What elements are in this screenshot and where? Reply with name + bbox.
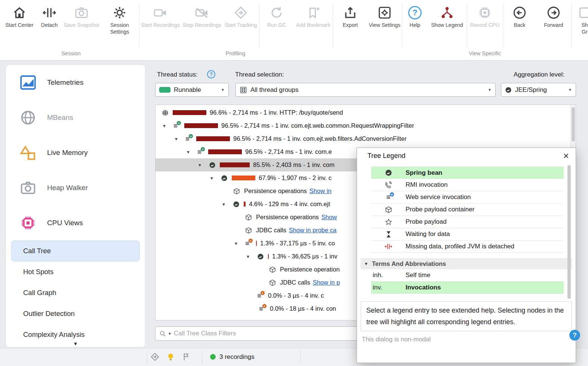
sidebar-item-heap-walker[interactable]: Heap Walker bbox=[6, 170, 145, 205]
dropdown-value: All thread groups bbox=[250, 86, 484, 94]
probe-container-icon bbox=[233, 188, 244, 195]
collapse-arrow-icon[interactable]: ▼ bbox=[186, 150, 197, 154]
legend-entry-waiting[interactable]: Waiting for data bbox=[371, 228, 564, 241]
filter-help-icon[interactable]: ? bbox=[569, 330, 580, 341]
sidebar-item-call-tree[interactable]: Call Tree bbox=[11, 241, 140, 261]
show-in-probe-link[interactable]: Show in probe ca bbox=[289, 227, 337, 234]
time-bar bbox=[208, 149, 242, 154]
collapse-arrow-icon: ▼ bbox=[364, 261, 368, 266]
help-button[interactable]: ? Help bbox=[402, 0, 428, 29]
node-text: 0.0% - 3 µs - 4 inv. c bbox=[268, 292, 324, 299]
servlet-icon: ≡s bbox=[197, 149, 208, 155]
node-text: JDBC calls bbox=[256, 227, 286, 234]
terms-table: inh. Self time inv. Invocations bbox=[371, 269, 564, 294]
legend-entry-web-service[interactable]: ≡w Web service invocation bbox=[371, 191, 564, 204]
gear-box-icon bbox=[378, 5, 392, 20]
sidebar-item-hot-spots[interactable]: Hot Spots bbox=[6, 261, 145, 282]
flag-icon[interactable] bbox=[182, 352, 191, 363]
sidebar-item-cpu-views[interactable]: CPU Views bbox=[6, 205, 145, 241]
dialog-scrollbar-thumb[interactable] bbox=[567, 165, 571, 299]
term-row-inv[interactable]: inv. Invocations bbox=[371, 282, 564, 294]
view-settings-button[interactable]: View Settings bbox=[367, 0, 402, 29]
export-button[interactable]: Export bbox=[333, 0, 367, 29]
thread-status-dropdown[interactable]: Runnable ▼ bbox=[155, 83, 229, 97]
dropdown-value: JEE/Spring bbox=[515, 86, 565, 94]
term-row-inh[interactable]: inh. Self time bbox=[371, 269, 564, 282]
scrollbar-thumb[interactable] bbox=[572, 107, 575, 142]
legend-table: Spring bean RMI invocation ≡w Web servic… bbox=[371, 167, 564, 253]
close-icon[interactable]: × bbox=[563, 151, 569, 161]
sidebar-item-mbeans[interactable]: MBeans bbox=[6, 100, 145, 135]
collapse-arrow-icon[interactable]: ▼ bbox=[246, 254, 257, 259]
bookmark-plus-icon bbox=[306, 5, 320, 20]
collapse-arrow-icon[interactable]: ▼ bbox=[210, 176, 221, 180]
forward-button[interactable]: Forward bbox=[536, 0, 571, 29]
thread-status-help-icon[interactable]: ? bbox=[207, 70, 215, 78]
scroll-down-arrow-icon[interactable]: ▼ bbox=[62, 341, 89, 347]
show-in-probe-link[interactable]: Show in bbox=[310, 187, 332, 195]
term-abbr: inh. bbox=[371, 272, 406, 279]
clipped-icon bbox=[578, 5, 588, 20]
start-center-button[interactable]: Start Center bbox=[3, 0, 36, 29]
show-graph-button[interactable]: Sh Gr bbox=[572, 0, 588, 35]
call-tree-node[interactable]: ▼ ≡s 96.5% - 2,714 ms - 1 inv. com.ejt.w… bbox=[156, 119, 576, 132]
session-settings-button[interactable]: Session Settings bbox=[100, 0, 139, 35]
servlet-icon: ≡s bbox=[173, 123, 184, 128]
stop-recordings-button: Stop Recordings bbox=[181, 0, 222, 29]
legend-help-text: Select a legend entry to see extended he… bbox=[361, 301, 572, 331]
time-bar bbox=[173, 110, 206, 115]
legend-entry-probe-payload[interactable]: Probe payload bbox=[371, 216, 564, 228]
legend-entry-probe-container[interactable]: Probe payload container bbox=[371, 204, 564, 216]
time-bar bbox=[268, 254, 269, 259]
toolbar-group-label: Profiling bbox=[226, 50, 245, 56]
show-legend-button[interactable]: Show Legend bbox=[428, 0, 467, 29]
button-label: Run GC bbox=[267, 22, 286, 29]
help-icon: ? bbox=[408, 5, 422, 20]
collapse-arrow-icon[interactable]: ▼ bbox=[234, 241, 245, 246]
collapse-arrow-icon[interactable]: ▼ bbox=[162, 124, 173, 128]
call-tree-node[interactable]: ▼ ≡s 96.5% - 2,714 ms - 1 inv. com.ejt.w… bbox=[156, 132, 576, 145]
time-bar bbox=[184, 123, 218, 128]
bookmark-bulb-icon[interactable] bbox=[166, 352, 175, 363]
cpu-chip-icon bbox=[19, 214, 37, 232]
back-arrow-icon bbox=[512, 5, 527, 20]
collapse-arrow-icon[interactable]: ▼ bbox=[198, 163, 209, 167]
toolbar-group-label: View Specific bbox=[469, 50, 501, 56]
legend-entry-missing-data[interactable]: Missing data, profiled JVM is detached bbox=[371, 241, 564, 253]
sidebar-item-live-memory[interactable]: Live Memory bbox=[6, 135, 145, 170]
call-tree-node[interactable]: 96.6% - 2,714 ms - 1 inv. HTTP: /buy/quo… bbox=[156, 106, 576, 119]
sidebar-item-label: Heap Walker bbox=[47, 184, 88, 192]
sidebar-item-telemetries[interactable]: Telemetries bbox=[6, 65, 145, 100]
node-text: 96.5% - 2,714 ms - 1 inv. com.ejt.web.fi… bbox=[233, 135, 407, 142]
collapse-arrow-icon[interactable]: ▼ bbox=[222, 202, 233, 207]
thread-selection-dropdown[interactable]: All thread groups ▼ bbox=[235, 83, 496, 97]
show-in-probe-link[interactable]: Show bbox=[321, 214, 337, 221]
legend-entry-label: Waiting for data bbox=[406, 230, 564, 238]
button-label: Start Center bbox=[5, 22, 33, 29]
legend-entry-label: Probe payload bbox=[406, 218, 564, 226]
probe-tracking-icon[interactable] bbox=[150, 352, 160, 363]
memory-shapes-icon bbox=[19, 144, 37, 161]
button-label: Record CPU bbox=[470, 22, 500, 29]
search-options-chevron-icon[interactable]: ▼ bbox=[168, 332, 172, 336]
sidebar-item-outlier-detection[interactable]: Outlier Detection bbox=[6, 303, 145, 324]
legend-entry-rmi[interactable]: RMI invocation bbox=[371, 179, 564, 191]
back-button[interactable]: Back bbox=[503, 0, 536, 29]
sidebar-item-call-graph[interactable]: Call Graph bbox=[6, 282, 145, 303]
detach-button[interactable]: Detach bbox=[36, 0, 63, 29]
dropdown-value: Runnable bbox=[174, 86, 218, 94]
recordings-count-label[interactable]: 3 recordings bbox=[219, 353, 255, 361]
button-label: Help bbox=[410, 22, 421, 29]
button-label: Start Recordings bbox=[141, 22, 180, 29]
terms-section-header[interactable]: ▼ Terms And Abbreviations bbox=[361, 258, 572, 269]
spring-bean-icon bbox=[257, 253, 268, 260]
collapse-arrow-icon[interactable]: ▼ bbox=[174, 137, 185, 141]
dialog-titlebar[interactable]: Tree Legend × bbox=[357, 148, 576, 164]
legend-entry-label: Probe payload container bbox=[406, 206, 564, 213]
aggregation-level-label: Aggregation level: bbox=[501, 71, 564, 78]
time-bar bbox=[196, 136, 230, 141]
show-in-probe-link[interactable]: Show in p bbox=[313, 279, 340, 286]
legend-entry-spring-bean[interactable]: Spring bean bbox=[371, 167, 564, 179]
node-text: Persistence operations bbox=[244, 187, 307, 195]
aggregation-level-dropdown[interactable]: JEE/Spring ▼ bbox=[501, 83, 576, 97]
